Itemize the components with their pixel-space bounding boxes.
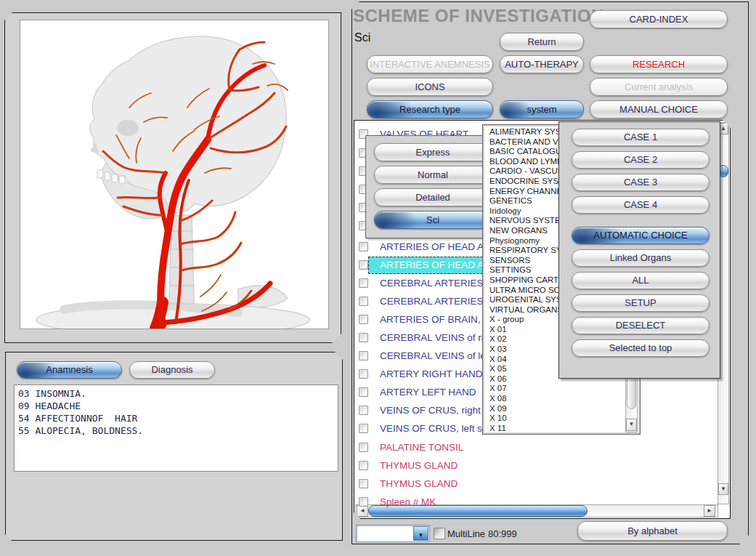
list-item[interactable]: THYMUS GLAND bbox=[354, 478, 730, 496]
list-item-label: CEREBRAL VEINS of left bbox=[380, 350, 491, 361]
app-window: Anamnesis Diagnosis 03 INSOMNIA.09 HEADA… bbox=[0, 0, 756, 556]
list-item-label: CEREBRAL VEINS of righ bbox=[380, 332, 495, 343]
interactive-anamnesis-button: INTERACTIVE ANEMNESIS bbox=[367, 55, 493, 73]
case-panel-button-case-1[interactable]: CASE 1 bbox=[572, 129, 710, 146]
list-counter: 80:999 bbox=[488, 528, 517, 539]
research-type-popup: ExpressNormalDetailedSci bbox=[365, 135, 496, 238]
dropdown-scroll-down-icon[interactable]: ▼ bbox=[626, 419, 637, 431]
anamnesis-panel: Anamnesis Diagnosis 03 INSOMNIA.09 HEADA… bbox=[5, 352, 343, 541]
row-checkbox[interactable] bbox=[359, 297, 368, 306]
row-checkbox[interactable] bbox=[359, 369, 368, 379]
list-item-label: PALATINE TONSIL bbox=[380, 442, 463, 453]
row-checkbox[interactable] bbox=[359, 461, 368, 470]
list-item-label: ARTERY LEFT HAND bbox=[380, 387, 476, 398]
research-type-option-normal[interactable]: Normal bbox=[374, 166, 492, 184]
anamnesis-line: 03 INSOMNIA. bbox=[18, 387, 338, 400]
filter-combobox[interactable]: ▼ bbox=[356, 525, 430, 542]
current-analysis-button: Current analysis bbox=[590, 78, 728, 96]
research-type-button[interactable]: Research type bbox=[367, 100, 493, 118]
case-panel-button-automatic-choice[interactable]: AUTOMATIC CHOICE bbox=[572, 227, 710, 244]
anamnesis-line: 09 HEADACHE bbox=[18, 400, 338, 412]
system-dropdown-item[interactable]: X 08 bbox=[484, 394, 626, 404]
list-item-label: Spleen # MK bbox=[380, 496, 436, 507]
row-checkbox[interactable] bbox=[359, 497, 368, 507]
case-panel-button-all[interactable]: ALL bbox=[572, 272, 710, 289]
card-index-button[interactable]: CARD-INDEX bbox=[590, 10, 728, 28]
research-button[interactable]: RESEARCH bbox=[590, 55, 728, 73]
row-checkbox[interactable] bbox=[359, 387, 368, 397]
anamnesis-text-area[interactable]: 03 INSOMNIA.09 HEADACHE54 AFFECTIONNOF H… bbox=[14, 384, 338, 472]
list-item-label: CEREBRAL ARTERIES, la bbox=[380, 278, 497, 289]
tab-diagnosis[interactable]: Diagnosis bbox=[129, 361, 215, 379]
tab-anamnesis[interactable]: Anamnesis bbox=[17, 361, 122, 379]
research-type-option-detailed[interactable]: Detailed bbox=[374, 188, 492, 206]
case-panel-button-selected-to-top[interactable]: Selected to top bbox=[572, 339, 710, 357]
anatomy-image-frame bbox=[20, 20, 329, 329]
case-panel: CASE 1CASE 2CASE 3CASE 4AUTOMATIC CHOICE… bbox=[558, 121, 720, 379]
row-checkbox[interactable] bbox=[359, 443, 368, 452]
case-panel-button-case-2[interactable]: CASE 2 bbox=[572, 151, 710, 169]
anamnesis-line: 54 AFFECTIONNOF HAIR bbox=[18, 412, 338, 424]
scheme-mode-label: Sci bbox=[354, 31, 370, 44]
list-item[interactable]: Spleen # MK bbox=[354, 496, 730, 514]
case-panel-button-case-3[interactable]: CASE 3 bbox=[572, 174, 710, 191]
anatomy-panel bbox=[4, 12, 341, 343]
row-checkbox[interactable] bbox=[359, 424, 368, 433]
return-button[interactable]: Return bbox=[500, 33, 584, 51]
row-checkbox[interactable] bbox=[359, 406, 368, 415]
head-neck-arteries-image bbox=[20, 20, 328, 329]
case-panel-button-linked-organs[interactable]: Linked Organs bbox=[572, 249, 710, 267]
research-type-option-express[interactable]: Express bbox=[374, 143, 492, 161]
combobox-arrow-icon[interactable]: ▼ bbox=[413, 526, 428, 541]
row-checkbox[interactable] bbox=[359, 315, 368, 324]
row-checkbox[interactable] bbox=[359, 479, 368, 488]
research-type-option-sci[interactable]: Sci bbox=[374, 211, 492, 229]
list-item-label: ARTERY RIGHT HAND bbox=[380, 368, 483, 379]
list-item-label: CEREBRAL ARTERIES, la bbox=[380, 296, 497, 307]
list-item[interactable]: PALATINE TONSIL bbox=[354, 442, 730, 459]
row-checkbox[interactable] bbox=[359, 260, 368, 270]
icons-button[interactable]: ICONS bbox=[367, 78, 493, 96]
system-dropdown-item[interactable]: X 10 bbox=[484, 414, 626, 424]
list-item-label: ARTERIES OF HEAD AND bbox=[380, 259, 498, 270]
list-item-label: ARTERIES OF BRAIN, VI bbox=[380, 314, 492, 325]
case-panel-button-case-4[interactable]: CASE 4 bbox=[572, 196, 710, 214]
system-button[interactable]: system bbox=[500, 100, 584, 118]
anamnesis-line: 55 ALOPECIA, BOLDNESS. bbox=[18, 424, 338, 437]
case-panel-button-setup[interactable]: SETUP bbox=[572, 294, 710, 312]
system-dropdown-item[interactable]: X 11 bbox=[484, 424, 626, 434]
row-checkbox[interactable] bbox=[359, 333, 368, 342]
system-dropdown-item[interactable]: X 07 bbox=[484, 384, 626, 394]
multiline-checkbox[interactable] bbox=[434, 528, 445, 539]
list-item-label: THYMUS GLAND bbox=[380, 460, 458, 471]
list-item-label: VEINS OF CRUS, left sid bbox=[380, 423, 490, 434]
list-item-label: ARTERIES OF HEAD AND bbox=[380, 241, 498, 252]
system-dropdown-item[interactable]: X 09 bbox=[484, 404, 626, 414]
by-alphabet-button[interactable]: By alphabet bbox=[577, 521, 728, 541]
page-title: SCHEME OF INVESTIGATION bbox=[353, 6, 604, 26]
row-checkbox[interactable] bbox=[359, 351, 368, 360]
manual-choice-button[interactable]: MANUAL CHOICE bbox=[590, 100, 728, 118]
list-item-label: THYMUS GLAND bbox=[380, 478, 458, 489]
list-item[interactable]: THYMUS GLAND bbox=[354, 460, 730, 478]
auto-therapy-button[interactable]: AUTO-THERAPY bbox=[500, 55, 584, 73]
row-checkbox[interactable] bbox=[359, 242, 368, 251]
list-item-label: VEINS OF CRUS, right s bbox=[380, 405, 488, 416]
multiline-label: MultiLine bbox=[447, 528, 485, 539]
row-checkbox[interactable] bbox=[359, 278, 368, 288]
case-panel-button-deselect[interactable]: DESELECT bbox=[572, 317, 710, 334]
